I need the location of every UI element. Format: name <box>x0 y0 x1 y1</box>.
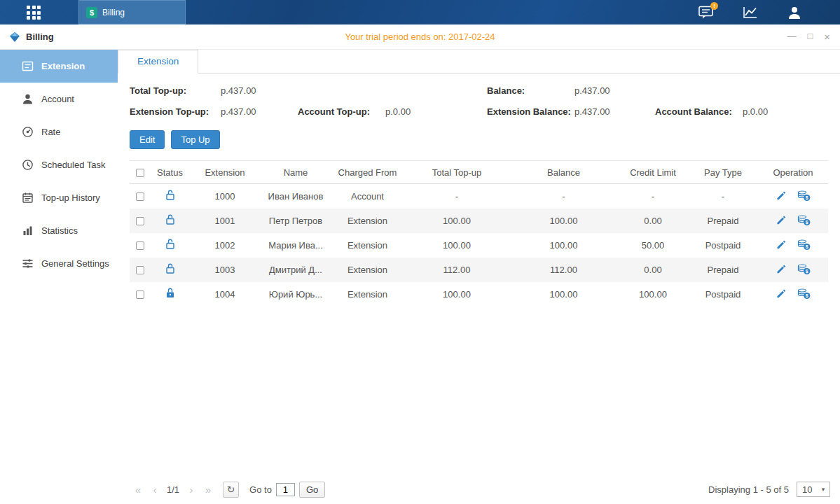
row-checkbox[interactable] <box>136 217 144 225</box>
name-cell: Юрий Юрь... <box>261 282 331 307</box>
page-indicator: 1/1 <box>167 484 179 495</box>
table-body: 1000 Иван Иванов Account - - - - <box>130 184 828 307</box>
extension-cell: 1000 <box>189 184 261 209</box>
header-operation: Operation <box>758 161 828 184</box>
status-lock-icon[interactable] <box>165 287 176 299</box>
balance-value: p.437.00 <box>574 85 610 96</box>
sidebar-item-extension[interactable]: Extension <box>0 50 118 83</box>
account-balance-value: p.0.00 <box>743 106 768 117</box>
header-extension: Extension <box>189 161 261 184</box>
total-topup-cell: - <box>404 184 509 209</box>
summary-row-1: Total Top-up: p.437.00 Balance: p.437.00 <box>130 85 828 96</box>
edit-row-icon[interactable] <box>776 190 786 201</box>
edit-button[interactable]: Edit <box>130 130 165 149</box>
top-up-row-icon[interactable]: $ <box>797 214 811 226</box>
refresh-icon[interactable]: ↻ <box>223 482 239 498</box>
edit-row-icon[interactable] <box>776 288 786 299</box>
balance-label: Balance: <box>487 85 574 96</box>
status-lock-icon[interactable] <box>165 262 176 274</box>
sidebar-item-label: Extension <box>41 61 85 71</box>
edit-row-icon[interactable] <box>776 239 786 250</box>
first-page-icon[interactable]: « <box>130 481 146 498</box>
sidebar-item-topup-history[interactable]: Top-up History <box>0 181 118 214</box>
svg-text:$: $ <box>806 244 808 250</box>
row-checkbox[interactable] <box>136 290 144 299</box>
maximize-button[interactable]: □ <box>807 31 813 42</box>
goto-label: Go to <box>249 484 272 495</box>
sidebar-item-label: General Settings <box>41 258 109 269</box>
status-lock-icon[interactable] <box>165 189 176 201</box>
lock-open-icon <box>165 262 176 274</box>
extension-topup-label: Extension Top-up: <box>130 106 221 117</box>
top-up-row-icon[interactable]: $ <box>797 239 811 251</box>
total-topup-value: p.437.00 <box>221 85 487 96</box>
edit-row-icon[interactable] <box>776 264 786 274</box>
charged-from-cell: Extension <box>331 258 404 282</box>
sidebar-item-rate[interactable]: Rate <box>0 115 118 148</box>
sidebar-item-scheduled-task[interactable]: Scheduled Task <box>0 148 118 181</box>
billing-summary: Total Top-up: p.437.00 Balance: p.437.00… <box>118 74 840 117</box>
main-content: Extension Total Top-up: p.437.00 Balance… <box>118 50 840 504</box>
charged-from-cell: Extension <box>331 209 404 233</box>
svg-text:$: $ <box>806 269 808 274</box>
credit-limit-cell: 0.00 <box>618 258 688 282</box>
extension-topup-value: p.437.00 <box>221 106 298 117</box>
name-cell: Петр Петров <box>261 209 331 233</box>
top-up-row-icon[interactable]: $ <box>797 263 811 275</box>
row-checkbox[interactable] <box>136 266 144 274</box>
extension-balance-value: p.437.00 <box>574 106 655 117</box>
pay-type-cell: Prepaid <box>688 209 758 233</box>
tab-extension[interactable]: Extension <box>118 50 198 74</box>
page-size-select[interactable]: 10 ▼ <box>797 482 830 497</box>
billing-tab-label: Billing <box>102 8 125 18</box>
header-charged-from: Charged From <box>331 161 404 184</box>
top-up-row-icon[interactable]: $ <box>797 190 811 202</box>
select-all-checkbox[interactable] <box>136 169 144 177</box>
top-up-row-icon[interactable]: $ <box>797 288 811 300</box>
sidebar-item-account[interactable]: Account <box>0 83 118 115</box>
reports-chart-icon[interactable] <box>741 4 759 21</box>
window-controls: — □ × <box>787 31 830 42</box>
messages-icon[interactable]: ! <box>697 4 715 21</box>
apps-grid-icon[interactable] <box>27 6 41 20</box>
status-lock-icon[interactable] <box>165 214 176 225</box>
sidebar: Extension Account Rate <box>0 50 118 504</box>
sidebar-item-label: Account <box>41 94 74 104</box>
header-total-topup: Total Top-up <box>404 161 509 184</box>
svg-text:$: $ <box>806 220 808 225</box>
svg-text:$: $ <box>806 195 808 201</box>
credit-limit-cell: 100.00 <box>618 282 688 307</box>
table-row: 1003 Дмитрий Д... Extension 112.00 112.0… <box>130 258 828 282</box>
header-pay-type: Pay Type <box>688 161 758 184</box>
extension-balance-label: Extension Balance: <box>487 106 574 117</box>
top-up-button[interactable]: Top Up <box>171 130 219 149</box>
sidebar-item-statistics[interactable]: Statistics <box>0 214 118 247</box>
status-lock-icon[interactable] <box>165 238 176 250</box>
close-button[interactable]: × <box>824 31 830 42</box>
topbar-billing-tab[interactable]: $ Billing <box>78 0 186 24</box>
content-tabbar: Extension <box>118 50 840 74</box>
table-row: 1000 Иван Иванов Account - - - - <box>130 184 828 209</box>
user-account-icon[interactable] <box>785 4 804 21</box>
goto-page-input[interactable] <box>276 483 295 496</box>
edit-row-icon[interactable] <box>776 215 786 225</box>
prev-page-icon[interactable]: ‹ <box>146 481 163 498</box>
total-topup-cell: 100.00 <box>404 282 509 307</box>
name-cell: Иван Иванов <box>261 184 331 209</box>
row-checkbox[interactable] <box>136 241 144 250</box>
credit-limit-cell: 0.00 <box>618 209 688 233</box>
page-size-value: 10 <box>802 484 812 495</box>
sidebar-item-label: Rate <box>41 127 60 137</box>
next-page-icon[interactable]: › <box>183 481 200 498</box>
summary-row-2: Extension Top-up: p.437.00 Account Top-u… <box>130 106 828 117</box>
last-page-icon[interactable]: » <box>200 481 216 498</box>
extension-cell: 1002 <box>189 233 261 258</box>
minimize-button[interactable]: — <box>787 31 796 42</box>
charged-from-cell: Account <box>331 184 404 209</box>
sidebar-item-general-settings[interactable]: General Settings <box>0 247 118 280</box>
go-button[interactable]: Go <box>299 482 325 498</box>
table-row: 1001 Петр Петров Extension 100.00 100.00… <box>130 209 828 233</box>
sidebar-item-label: Statistics <box>41 225 78 236</box>
row-checkbox[interactable] <box>136 192 144 201</box>
sidebar-item-label: Scheduled Task <box>41 160 106 170</box>
